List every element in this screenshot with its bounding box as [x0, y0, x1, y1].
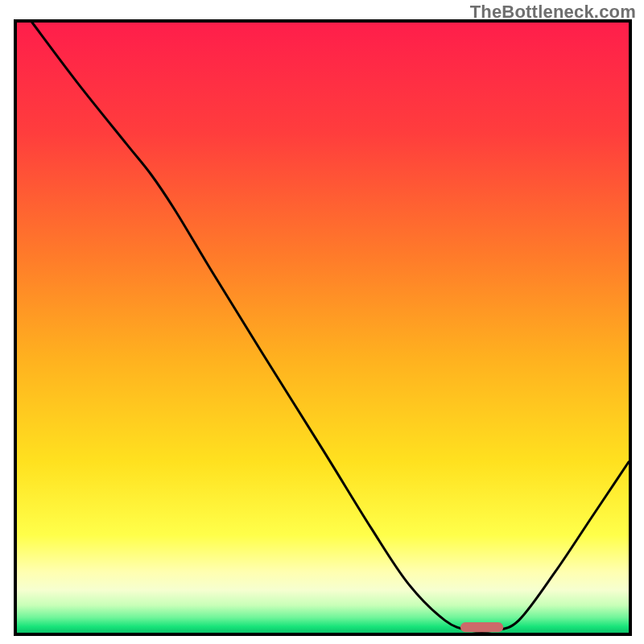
plot-background: [17, 23, 629, 633]
optimal-marker: [460, 622, 503, 632]
bottleneck-chart: [0, 0, 644, 644]
chart-stage: TheBottleneck.com: [0, 0, 644, 644]
